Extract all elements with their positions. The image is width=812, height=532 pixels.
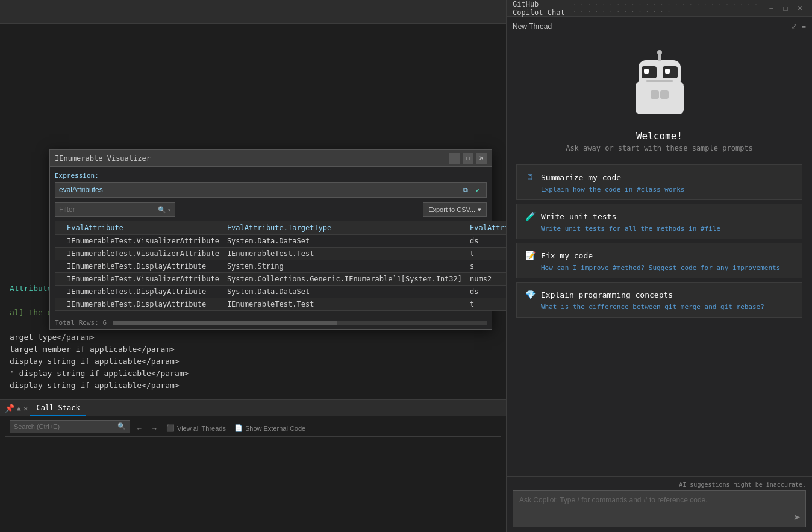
row-col1: IEnumerableTest.DisplayAttribute — [63, 298, 223, 311]
row-col1: IEnumerableTest.VisualizerAttribute — [63, 235, 223, 248]
view-all-threads-button[interactable]: ⬛ View all Threads — [164, 423, 228, 433]
nav-back-button[interactable]: ← — [134, 424, 145, 433]
export-dropdown-icon: ▾ — [478, 206, 481, 214]
filter-input[interactable] — [59, 205, 158, 214]
row-col2: System.Collections.Generic.IEnumerable`1… — [223, 273, 466, 286]
row-col2: System.String — [223, 260, 466, 273]
prompt-cards-container: 🖥 Summarize my code Explain how the code… — [516, 164, 802, 318]
prompt-card-header: 📝 Fix my code — [524, 249, 795, 261]
row-index — [55, 235, 63, 248]
total-rows: Total Rows: 6 — [55, 319, 107, 327]
horizontal-scrollbar[interactable] — [113, 321, 487, 325]
row-col3: s — [466, 260, 506, 273]
row-col3: ds — [466, 286, 506, 298]
copy-icon[interactable]: ⧉ — [461, 185, 470, 195]
copilot-welcome-title: Welcome! — [566, 130, 753, 142]
dialog-title: IEnumerable Visualizer — [55, 154, 151, 163]
prompt-card-fix_code[interactable]: 📝 Fix my code How can I improve #method?… — [516, 243, 802, 278]
copilot-welcome: Welcome! Ask away or start with these sa… — [566, 130, 753, 152]
code-line-7: display string if applicable</param> — [10, 355, 496, 368]
copilot-title-text: GitHub Copilot Chat — [513, 0, 568, 17]
nav-forward-button[interactable]: → — [149, 424, 160, 433]
copilot-title-dots: · · · · · · · · · · · · · · · · · · · · … — [573, 2, 765, 15]
row-col3: nums2 — [466, 273, 506, 286]
copilot-send-button[interactable]: ➤ — [793, 512, 801, 522]
call-stack-toolbar: 🔍 ← → ⬛ View all Threads 📄 Show External… — [5, 420, 501, 437]
prompt-card-title: Write unit tests — [541, 212, 616, 221]
svg-rect-3 — [663, 66, 678, 78]
call-stack-search-icon: 🔍 — [117, 422, 126, 430]
prompt-card-summarize[interactable]: 🖥 Summarize my code Explain how the code… — [516, 164, 802, 200]
row-index — [55, 260, 63, 273]
bottom-panel-tabs: 📌 ▲ ✕ Call Stack — [0, 399, 506, 416]
new-thread-button[interactable]: New Thread — [513, 22, 552, 31]
copilot-toolbar: New Thread ⤢ ≡ — [507, 17, 812, 36]
prompt-card-unit_tests[interactable]: 🧪 Write unit tests Write unit tests for … — [516, 204, 802, 239]
table-row[interactable]: IEnumerableTest.VisualizerAttribute IEnu… — [55, 248, 507, 260]
copilot-footer: AI suggestions might be inaccurate. ➤ — [507, 476, 812, 532]
dialog-controls: − □ ✕ — [449, 153, 487, 164]
row-col1: IEnumerableTest.DisplayAttribute — [63, 286, 223, 298]
prompt-card-desc: What is the difference between git merge… — [541, 303, 795, 311]
dialog-restore-button[interactable]: □ — [463, 153, 473, 164]
table-header-col3: EvalAttribute.TargetMember — [466, 221, 506, 235]
top-bar — [0, 0, 506, 24]
code-line-6: target member if applicable</param> — [10, 343, 496, 355]
panel-up-icon[interactable]: ▲ — [17, 404, 21, 412]
copilot-settings-button[interactable]: ≡ — [801, 22, 806, 31]
view-all-threads-label: View all Threads — [177, 425, 226, 432]
filter-dropdown-arrow[interactable]: ▾ — [167, 207, 171, 213]
dialog-body: Expression: ⧉ ✔ 🔍 ▾ Export to CSV... ▾ — [50, 167, 492, 316]
row-col2: IEnumerableTest.Test — [223, 298, 466, 311]
svg-point-10 — [657, 50, 662, 55]
prompt-card-title: Explain programming concepts — [541, 290, 673, 299]
call-stack-search-input[interactable] — [14, 423, 117, 430]
dialog-close-button[interactable]: ✕ — [476, 153, 487, 164]
copilot-welcome-subtitle: Ask away or start with these sample prom… — [566, 144, 753, 152]
toolbar-right: ⤢ ≡ — [791, 22, 806, 31]
copilot-logo — [623, 48, 696, 120]
export-label: Export to CSV... — [428, 206, 475, 213]
copilot-close-button[interactable]: ✕ — [794, 2, 806, 14]
prompt-card-icon: 🖥 — [524, 171, 536, 183]
prompt-card-desc: How can I improve #method? Suggest code … — [541, 264, 795, 272]
copilot-panel: GitHub Copilot Chat · · · · · · · · · · … — [506, 0, 812, 532]
copilot-input[interactable] — [519, 496, 799, 520]
prompt-card-explain_concepts[interactable]: 💎 Explain programming concepts What is t… — [516, 282, 802, 318]
copilot-minimize-button[interactable]: − — [765, 2, 777, 14]
code-line-8: ' display string if applicable</param> — [10, 368, 496, 380]
svg-rect-6 — [646, 80, 673, 82]
call-stack-tab[interactable]: Call Stack — [30, 401, 86, 416]
copilot-chat-body: Welcome! Ask away or start with these sa… — [507, 36, 812, 476]
svg-rect-8 — [660, 90, 669, 99]
filter-input-wrap: 🔍 ▾ — [55, 202, 175, 217]
table-row[interactable]: IEnumerableTest.VisualizerAttribute Syst… — [55, 235, 507, 248]
copilot-expand-button[interactable]: ⤢ — [791, 22, 798, 31]
table-row[interactable]: IEnumerableTest.DisplayAttribute IEnumer… — [55, 298, 507, 311]
table-row[interactable]: IEnumerableTest.DisplayAttribute System.… — [55, 260, 507, 273]
svg-rect-5 — [665, 69, 670, 74]
export-csv-button[interactable]: Export to CSV... ▾ — [423, 202, 487, 217]
expression-icons: ⧉ ✔ — [461, 185, 483, 195]
dialog-minimize-button[interactable]: − — [449, 153, 460, 164]
table-row[interactable]: IEnumerableTest.VisualizerAttribute Syst… — [55, 273, 507, 286]
check-icon[interactable]: ✔ — [473, 185, 483, 195]
copilot-restore-button[interactable]: □ — [779, 2, 792, 14]
code-editor — [0, 24, 506, 34]
row-col1: IEnumerableTest.VisualizerAttribute — [63, 248, 223, 260]
show-external-code-button[interactable]: 📄 Show External Code — [232, 423, 308, 433]
row-col1: IEnumerableTest.VisualizerAttribute — [63, 273, 223, 286]
copilot-titlebar: GitHub Copilot Chat · · · · · · · · · · … — [507, 0, 812, 17]
row-col2: IEnumerableTest.Test — [223, 248, 466, 260]
call-stack-search: 🔍 — [10, 420, 130, 433]
scrollbar-thumb — [113, 321, 337, 325]
prompt-card-title: Summarize my code — [541, 173, 621, 182]
dialog-titlebar: IEnumerable Visualizer − □ ✕ — [50, 150, 492, 167]
editor-area: IEnumerable Visualizer − □ ✕ Expression:… — [0, 0, 506, 532]
prompt-card-title: Fix my code — [541, 251, 593, 260]
row-col3: t — [466, 298, 506, 311]
dialog-footer: Total Rows: 6 — [50, 316, 492, 329]
table-row[interactable]: IEnumerableTest.DisplayAttribute System.… — [55, 286, 507, 298]
panel-close-icon[interactable]: ✕ — [23, 404, 28, 413]
expression-input[interactable] — [59, 186, 461, 194]
